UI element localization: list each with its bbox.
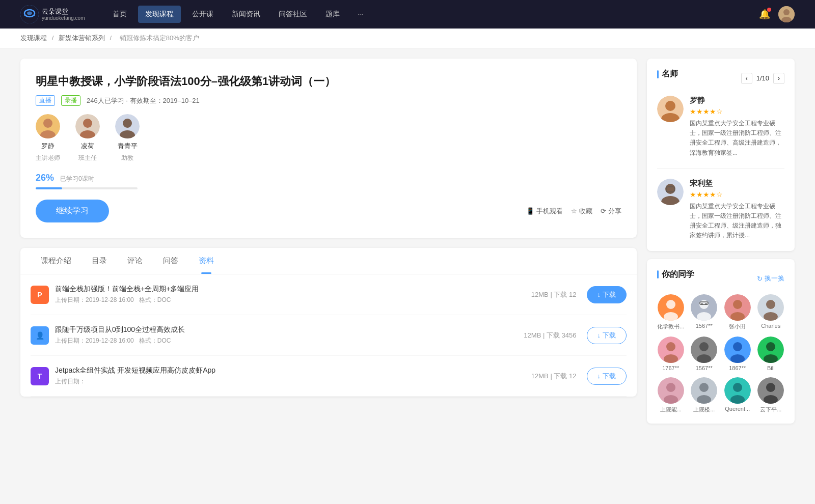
tabs-section: 课程介绍 目录 评论 问答 资料 P 前端全栈加强版！前端全栈+全周期+多端应用… [20, 248, 637, 397]
sidebar-teacher-info-2: 宋利坚 ★★★★☆ 国内某重点大学安全工程专业硕士，国家一级注册消防工程师、注册… [690, 179, 784, 241]
material-stats-1: 12MB | 下载 12 [531, 290, 577, 299]
continue-button[interactable]: 继续学习 [36, 200, 109, 222]
material-item-2: 👤 跟随千万级项目从0到100全过程高效成长 上传日期：2019-12-28 1… [31, 315, 627, 356]
tab-intro[interactable]: 课程介绍 [31, 248, 82, 274]
material-info-2: 跟随千万级项目从0到100全过程高效成长 上传日期：2019-12-28 16:… [55, 325, 524, 345]
student-avatar-3 [724, 294, 751, 321]
teacher-name-1: 罗静 [41, 142, 55, 151]
badge-record: 录播 [61, 95, 80, 106]
tabs-header: 课程介绍 目录 评论 问答 资料 [20, 248, 637, 274]
teachers-prev-button[interactable]: ‹ [741, 73, 752, 84]
bell-icon[interactable]: 🔔 [759, 9, 770, 20]
share-icon: ⟳ [601, 207, 606, 215]
student-avatar-11 [724, 377, 751, 404]
progress-pct: 26% [36, 173, 54, 183]
sidebar-teacher-avatar-2 [657, 179, 684, 205]
student-item-1: 化学教书... [657, 294, 685, 330]
course-meta: 直播 录播 246人已学习 · 有效期至：2019–10–21 [36, 95, 621, 106]
nav-news[interactable]: 新闻资讯 [225, 6, 267, 23]
download-icon-2: ↓ [597, 331, 601, 339]
nav-quiz[interactable]: 题库 [318, 6, 347, 23]
student-name-5: 1767** [662, 365, 679, 371]
navbar: 云朵课堂 yunduoketang.com 首页 发现课程 公开课 新闻资讯 问… [0, 0, 815, 29]
progress-bar-bg [36, 187, 138, 189]
material-icon-3: T [31, 367, 49, 385]
svg-point-44 [733, 342, 742, 351]
teachers-sidebar-nav: ‹ 1/10 › [741, 73, 784, 84]
svg-point-47 [766, 342, 775, 351]
student-item-9: 上院能... [657, 377, 685, 413]
svg-point-38 [666, 342, 675, 351]
teachers-page-info: 1/10 [756, 74, 769, 82]
tab-review[interactable]: 评论 [117, 248, 153, 274]
tab-materials[interactable]: 资料 [188, 248, 224, 274]
sidebar-teacher-info-1: 罗静 ★★★★☆ 国内某重点大学安全工程专业硕士，国家一级注册消防工程师、注册安… [690, 96, 784, 158]
sidebar-teacher-1: 罗静 ★★★★☆ 国内某重点大学安全工程专业硕士，国家一级注册消防工程师、注册安… [657, 96, 784, 169]
svg-point-32 [733, 300, 742, 309]
material-icon-1: P [31, 286, 49, 304]
teachers-sidebar-card: 名师 ‹ 1/10 › [647, 59, 795, 251]
teacher-role-2: 班主任 [78, 154, 97, 162]
material-item-3: T Jetpack全组件实战 开发短视频应用高仿皮皮虾App 上传日期： 12M… [31, 356, 627, 397]
download-icon-3: ↓ [597, 372, 601, 380]
teacher-item-1: 罗静 主讲老师 [36, 114, 60, 162]
students-sidebar-card: 你的同学 ↻ 换一换 化学教书... [647, 259, 795, 424]
student-item-3: 张小田 [724, 294, 751, 330]
teacher-name-2: 凌荷 [81, 142, 94, 151]
tab-qa[interactable]: 问答 [153, 248, 188, 274]
svg-point-10 [83, 119, 92, 128]
nav-more[interactable]: ··· [351, 6, 371, 23]
mobile-icon: 📱 [526, 207, 534, 215]
teacher-item-3: 青青平 助教 [115, 114, 140, 162]
download-button-1[interactable]: ↓ 下载 [587, 286, 627, 303]
breadcrumb-link-discover[interactable]: 发现课程 [20, 34, 47, 42]
student-avatar-4 [757, 294, 784, 321]
student-item-6: 1567** [691, 337, 718, 371]
student-avatar-7 [724, 337, 751, 363]
students-header: 你的同学 ↻ 换一换 [657, 269, 784, 288]
student-avatar-12 [757, 377, 784, 404]
material-item: P 前端全栈加强版！前端全栈+全周期+多端应用 上传日期：2019-12-28 … [31, 274, 627, 315]
teacher-avatar-2 [75, 114, 100, 138]
teacher-name-3: 青青平 [118, 142, 138, 151]
student-name-6: 1567** [696, 365, 713, 371]
action-buttons: 📱 手机观看 ☆ 收藏 ⟳ 分享 [526, 207, 621, 216]
material-stats-2: 12MB | 下载 3456 [524, 331, 576, 340]
refresh-students-button[interactable]: ↻ 换一换 [757, 274, 784, 283]
course-actions: 继续学习 📱 手机观看 ☆ 收藏 ⟳ 分享 [36, 200, 621, 222]
svg-point-53 [699, 383, 709, 392]
nav-qa[interactable]: 问答社区 [271, 6, 314, 23]
students-grid: 化学教书... 1567** [657, 294, 784, 413]
nav-open[interactable]: 公开课 [185, 6, 221, 23]
tab-toc[interactable]: 目录 [82, 248, 117, 274]
teacher-avatar-3 [115, 114, 140, 138]
breadcrumb-link-series[interactable]: 新媒体营销系列 [59, 34, 105, 42]
nav-discover[interactable]: 发现课程 [138, 6, 181, 23]
collect-button[interactable]: ☆ 收藏 [571, 207, 592, 216]
content-area: 明星中教授课，小学阶段语法100分–强化级第1讲动词（一） 直播 录播 246人… [20, 59, 637, 432]
svg-point-59 [766, 383, 775, 392]
user-avatar-nav[interactable] [778, 6, 795, 22]
download-button-3[interactable]: ↓ 下载 [587, 368, 627, 385]
students-sidebar-title: 你的同学 [657, 269, 694, 280]
download-button-2[interactable]: ↓ 下载 [587, 327, 627, 344]
mobile-watch-button[interactable]: 📱 手机观看 [526, 207, 563, 216]
nav-home[interactable]: 首页 [105, 6, 134, 23]
student-item-10: 上院楼... [691, 377, 718, 413]
sidebar-teacher-desc-1: 国内某重点大学安全工程专业硕士，国家一级注册消防工程师、注册安全工程师、高级注册… [690, 119, 784, 158]
student-name-3: 张小田 [729, 323, 746, 330]
material-title-3: Jetpack全组件实战 开发短视频应用高仿皮皮虾App [55, 366, 531, 375]
material-stats-3: 12MB | 下载 12 [531, 372, 577, 381]
sidebar-teacher-stars-1: ★★★★☆ [690, 107, 784, 116]
teachers-next-button[interactable]: › [773, 73, 784, 84]
student-item-7: 1867** [724, 337, 751, 371]
share-button[interactable]: ⟳ 分享 [601, 207, 621, 216]
sidebar-teacher-avatar-1 [657, 96, 684, 122]
student-name-9: 上院能... [660, 406, 682, 413]
material-list: P 前端全栈加强版！前端全栈+全周期+多端应用 上传日期：2019-12-28 … [20, 274, 637, 397]
logo[interactable]: 云朵课堂 yunduoketang.com [20, 5, 85, 23]
svg-point-13 [123, 119, 132, 128]
svg-point-2 [27, 12, 32, 15]
breadcrumb-current: 销冠修炼术搞定80%的客户 [120, 34, 199, 42]
sidebar-teacher-stars-2: ★★★★☆ [690, 190, 784, 199]
